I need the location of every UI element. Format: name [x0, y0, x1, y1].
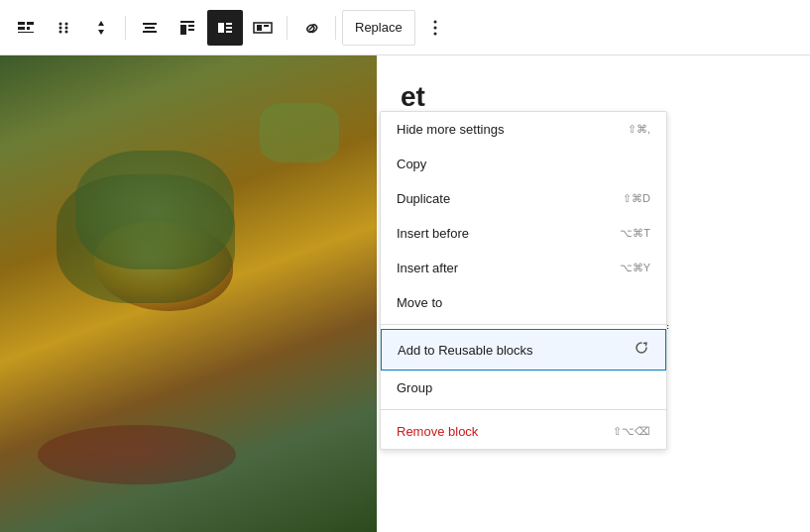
svg-rect-1	[27, 22, 34, 25]
toolbar-divider-1	[125, 16, 126, 40]
insert-before-label: Insert before	[397, 226, 469, 241]
hide-settings-label: Hide more settings	[397, 122, 504, 137]
remove-block-label: Remove block	[397, 424, 478, 439]
insert-after-label: Insert after	[397, 261, 458, 275]
svg-rect-21	[226, 31, 232, 33]
menu-divider-2	[381, 409, 666, 410]
toolbar-btn-drag[interactable]	[46, 10, 81, 46]
toolbar-btn-wide[interactable]	[245, 10, 281, 46]
svg-rect-17	[188, 29, 194, 31]
svg-point-27	[433, 32, 436, 35]
content-area: et xt of the printing ipsum has been ext…	[0, 55, 810, 532]
svg-point-25	[433, 20, 436, 23]
block-toolbar: Replace	[0, 0, 810, 55]
svg-point-8	[65, 26, 68, 29]
svg-rect-20	[226, 27, 232, 29]
svg-rect-12	[145, 27, 155, 29]
svg-rect-13	[143, 31, 157, 33]
reusable-icon	[634, 340, 649, 360]
toolbar-btn-align-center-text[interactable]	[132, 10, 168, 46]
svg-rect-15	[180, 25, 186, 35]
toolbar-btn-image-top[interactable]	[170, 10, 205, 46]
image-block	[0, 55, 377, 532]
replace-button[interactable]: Replace	[342, 10, 415, 46]
toolbar-btn-align-left[interactable]	[8, 10, 44, 46]
svg-rect-16	[188, 25, 194, 27]
svg-point-7	[59, 26, 62, 29]
hide-settings-shortcut: ⇧⌘,	[628, 123, 650, 136]
toolbar-btn-link[interactable]	[293, 10, 329, 46]
svg-rect-11	[143, 23, 157, 25]
insert-before-shortcut: ⌥⌘T	[620, 227, 650, 240]
menu-item-copy[interactable]: Copy	[381, 147, 666, 181]
svg-rect-3	[27, 27, 30, 30]
svg-rect-24	[264, 25, 269, 27]
toolbar-btn-move[interactable]	[83, 10, 119, 46]
svg-point-10	[65, 30, 68, 33]
svg-point-5	[59, 22, 62, 25]
menu-item-group[interactable]: Group	[381, 371, 666, 405]
context-menu: Hide more settings ⇧⌘, Copy Duplicate ⇧⌘…	[380, 111, 667, 450]
svg-rect-18	[218, 23, 224, 33]
toolbar-divider-3	[335, 16, 336, 40]
menu-item-hide-settings[interactable]: Hide more settings ⇧⌘,	[381, 112, 666, 147]
menu-item-add-reusable[interactable]: Add to Reusable blocks	[381, 329, 666, 371]
more-options-button[interactable]	[417, 10, 453, 46]
svg-rect-22	[254, 23, 272, 33]
toolbar-btn-image-inline[interactable]	[207, 10, 243, 46]
svg-rect-0	[18, 22, 25, 25]
duplicate-label: Duplicate	[397, 191, 450, 206]
copy-label: Copy	[397, 157, 426, 171]
add-reusable-label: Add to Reusable blocks	[398, 343, 533, 358]
svg-rect-2	[18, 27, 25, 30]
svg-rect-23	[257, 25, 262, 31]
menu-item-move-to[interactable]: Move to	[381, 285, 666, 320]
insert-after-shortcut: ⌥⌘Y	[620, 262, 650, 274]
move-to-label: Move to	[397, 295, 442, 310]
svg-point-9	[59, 30, 62, 33]
svg-point-26	[433, 26, 436, 29]
svg-rect-19	[226, 23, 232, 25]
menu-item-insert-after[interactable]: Insert after ⌥⌘Y	[381, 251, 666, 285]
remove-block-shortcut: ⇧⌥⌫	[613, 425, 650, 438]
svg-point-6	[65, 22, 68, 25]
svg-rect-4	[18, 32, 34, 33]
svg-rect-14	[180, 21, 194, 23]
menu-item-remove-block[interactable]: Remove block ⇧⌥⌫	[381, 414, 666, 449]
duplicate-shortcut: ⇧⌘D	[623, 192, 650, 205]
toolbar-divider-2	[287, 16, 288, 40]
menu-divider-1	[381, 324, 666, 325]
group-label: Group	[397, 380, 432, 395]
menu-item-duplicate[interactable]: Duplicate ⇧⌘D	[381, 181, 666, 216]
food-image	[0, 55, 377, 532]
menu-item-insert-before[interactable]: Insert before ⌥⌘T	[381, 216, 666, 251]
